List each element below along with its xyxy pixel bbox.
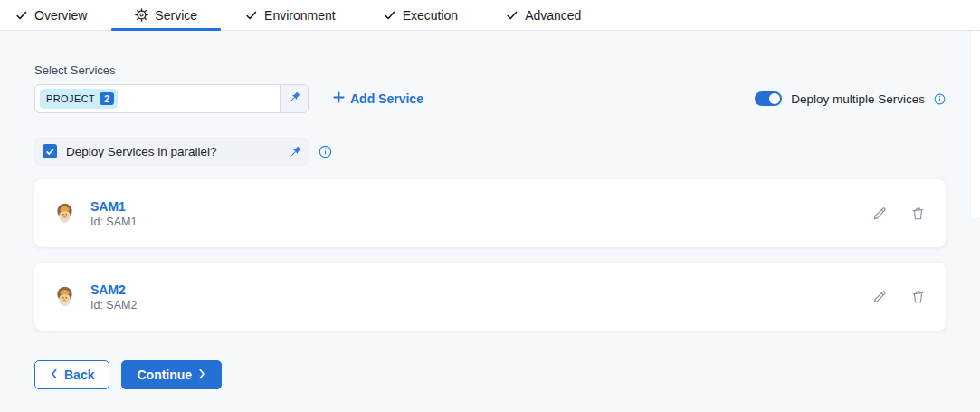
check-icon — [384, 9, 396, 22]
chevron-right-icon — [198, 368, 206, 382]
check-icon — [506, 9, 519, 22]
delete-service-button[interactable] — [910, 289, 926, 305]
tab-advanced[interactable]: Advanced — [504, 0, 583, 30]
gear-icon — [135, 8, 148, 22]
scrollbar-thumb[interactable] — [970, 31, 980, 217]
tab-label: Environment — [264, 8, 336, 23]
parallel-info-icon[interactable] — [319, 145, 332, 158]
deploy-multiple-label: Deploy multiple Services — [791, 92, 925, 106]
plus-icon — [333, 91, 345, 106]
service-id-text: Id: SAM1 — [90, 216, 137, 228]
service-card-actions — [871, 289, 926, 305]
pin-icon — [288, 91, 301, 108]
parallel-row: Deploy Services in parallel? — [34, 137, 946, 166]
parallel-checkbox-field: Deploy Services in parallel? — [34, 137, 309, 166]
back-label: Back — [64, 368, 94, 382]
service-card-sam2: SAM2 Id: SAM2 — [34, 263, 946, 331]
deploy-multiple-group: Deploy multiple Services — [755, 91, 946, 106]
service-card-actions — [871, 206, 926, 222]
parallel-checkbox-label: Deploy Services in parallel? — [66, 145, 217, 158]
service-card-list: SAM1 Id: SAM1 — [34, 179, 946, 331]
service-card-text: SAM2 Id: SAM2 — [90, 283, 137, 311]
deploy-multiple-toggle[interactable] — [755, 91, 782, 106]
add-service-button[interactable]: Add Service — [333, 91, 423, 106]
pin-input-button[interactable] — [280, 85, 308, 112]
pin-parallel-button[interactable] — [281, 137, 309, 166]
service-name-link[interactable]: SAM2 — [90, 283, 137, 297]
tab-environment[interactable]: Environment — [243, 0, 338, 30]
service-avatar — [52, 284, 77, 309]
wizard-tab-bar: Overview Service Environment Exe — [0, 0, 980, 31]
deploy-multiple-info-icon[interactable] — [934, 93, 946, 105]
tab-label: Execution — [403, 8, 458, 23]
select-services-label: Select Services — [34, 63, 946, 77]
services-multiselect-input[interactable]: PROJECT 2 — [34, 84, 309, 113]
add-service-label: Add Service — [350, 91, 423, 106]
chevron-left-icon — [50, 368, 58, 382]
back-button[interactable]: Back — [34, 360, 109, 389]
continue-button[interactable]: Continue — [121, 360, 222, 389]
selected-service-tag[interactable]: PROJECT 2 — [40, 89, 118, 109]
continue-label: Continue — [137, 368, 192, 382]
toggle-knob — [769, 93, 780, 104]
edit-service-button[interactable] — [871, 206, 888, 222]
select-services-row: PROJECT 2 Add Service — [34, 84, 946, 113]
service-avatar — [52, 201, 77, 225]
tab-execution[interactable]: Execution — [382, 0, 460, 30]
parallel-checkbox[interactable] — [43, 144, 57, 158]
tab-overview[interactable]: Overview — [14, 0, 89, 30]
tab-label: Service — [155, 8, 197, 23]
tab-label: Overview — [34, 8, 87, 23]
wizard-footer: Back Continue — [34, 360, 946, 389]
tag-count-badge: 2 — [100, 92, 114, 106]
tab-service[interactable]: Service — [133, 0, 199, 30]
service-name-link[interactable]: SAM1 — [90, 199, 137, 214]
delete-service-button[interactable] — [910, 206, 926, 222]
multiselect-value-area[interactable]: PROJECT 2 — [35, 85, 280, 112]
service-step-panel: Select Services PROJECT 2 — [0, 31, 980, 412]
service-id-text: Id: SAM2 — [90, 299, 137, 311]
tag-label: PROJECT — [46, 93, 95, 104]
service-card-text: SAM1 Id: SAM1 — [90, 199, 137, 228]
edit-service-button[interactable] — [871, 289, 888, 305]
tab-label: Advanced — [525, 8, 581, 23]
check-icon — [245, 9, 258, 22]
service-card-sam1: SAM1 Id: SAM1 — [34, 179, 946, 247]
check-icon — [15, 9, 28, 22]
